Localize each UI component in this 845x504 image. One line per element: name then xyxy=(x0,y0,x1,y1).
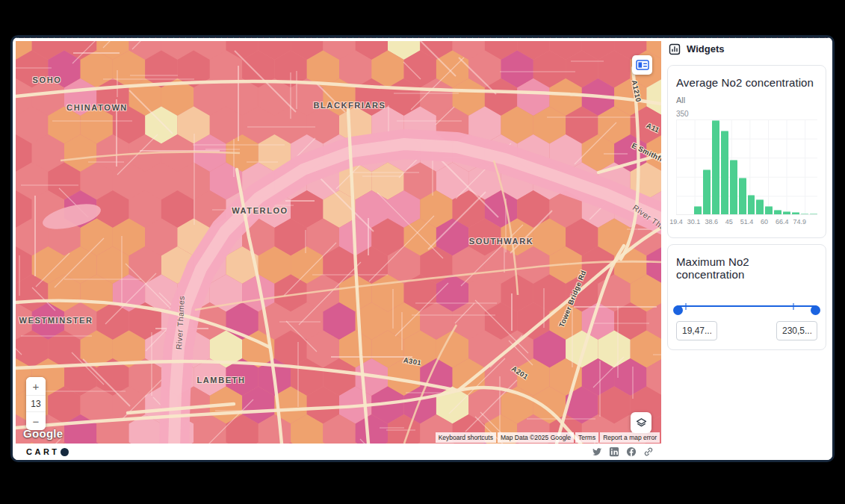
range-inputs xyxy=(676,321,817,340)
panel-icon xyxy=(636,60,649,70)
x-tick-label: 74.9 xyxy=(793,218,807,225)
histogram-bar[interactable] xyxy=(721,131,728,214)
histogram-filter-label: All xyxy=(676,96,817,105)
map-attribution: Keyboard shortcutsMap Data ©2025 GoogleT… xyxy=(436,432,660,443)
attribution-item[interactable]: Keyboard shortcuts xyxy=(436,432,496,443)
zoom-in-button[interactable]: + xyxy=(26,377,46,395)
histogram-bar[interactable] xyxy=(801,214,808,214)
range-min-input[interactable] xyxy=(676,321,717,340)
widgets-panel-header: Widgets xyxy=(661,37,832,60)
histogram-bar[interactable] xyxy=(694,206,702,214)
linkedin-icon[interactable] xyxy=(609,447,619,457)
histogram-bar[interactable] xyxy=(783,211,790,214)
histogram-bar[interactable] xyxy=(765,206,773,214)
map-canvas[interactable]: SOHOCHINATOWNBLACKFRIARSWATERLOOSOUTHWAR… xyxy=(16,41,661,444)
layers-icon xyxy=(635,417,648,429)
social-links xyxy=(592,447,654,457)
carto-logo[interactable]: CART xyxy=(26,447,69,456)
layers-button[interactable] xyxy=(631,412,651,433)
slider-tick xyxy=(685,303,687,310)
twitter-icon[interactable] xyxy=(592,447,602,457)
histogram-title: Average No2 concentration xyxy=(676,76,817,89)
x-tick-label: 51.4 xyxy=(740,218,754,225)
histogram-bar[interactable] xyxy=(703,169,711,214)
x-tick-label: 60 xyxy=(761,218,768,225)
slider-handle-max[interactable] xyxy=(811,305,820,315)
x-tick-label: 30.1 xyxy=(687,218,701,225)
histogram-ymax-label: 350 xyxy=(676,110,817,118)
map-column: SOHOCHINATOWNBLACKFRIARSWATERLOOSOUTHWAR… xyxy=(13,37,661,460)
panel-toggle-button[interactable] xyxy=(632,55,652,75)
slider-tick xyxy=(793,303,794,310)
app-footer: CART xyxy=(16,444,661,460)
x-tick-label: 45 xyxy=(725,218,733,225)
attribution-item[interactable]: Terms xyxy=(575,432,598,443)
histogram-bar[interactable] xyxy=(810,214,817,214)
map-graphics xyxy=(16,41,661,444)
histogram-bar[interactable] xyxy=(792,212,799,214)
zoom-control: + 13 − xyxy=(26,377,46,430)
histogram-bar[interactable] xyxy=(730,160,737,214)
histogram-x-axis: 19.430.138.64551.46066.474.9 xyxy=(676,218,817,228)
histogram-bar[interactable] xyxy=(739,178,746,214)
x-tick-label: 66.4 xyxy=(776,218,789,225)
range-slider xyxy=(676,301,817,311)
histogram-widget: Average No2 concentration All 350 19.430… xyxy=(667,65,826,238)
app-window: SOHOCHINATOWNBLACKFRIARSWATERLOOSOUTHWAR… xyxy=(10,35,835,462)
attribution-item: Map Data ©2025 Google xyxy=(498,432,574,443)
desktop-background: SOHOCHINATOWNBLACKFRIARSWATERLOOSOUTHWAR… xyxy=(0,0,845,504)
histogram-chart[interactable] xyxy=(676,119,817,215)
slider-widget: Maximum No2 concentration xyxy=(667,244,826,350)
carto-logo-dot xyxy=(61,448,69,456)
x-tick-label: 19.4 xyxy=(669,218,683,225)
zoom-level: 13 xyxy=(26,395,46,412)
widgets-icon xyxy=(669,43,681,55)
histogram-bars xyxy=(676,119,817,214)
histogram-bar[interactable] xyxy=(774,210,781,214)
attribution-item[interactable]: Report a map error xyxy=(600,432,660,443)
google-logo[interactable]: Google xyxy=(23,427,63,440)
slider-handle-min[interactable] xyxy=(673,305,683,315)
widgets-panel-title: Widgets xyxy=(687,43,724,55)
widgets-panel: Widgets Average No2 concentration All 35… xyxy=(661,37,832,460)
slider-title: Maximum No2 concentration xyxy=(676,255,817,281)
slider-track[interactable] xyxy=(677,305,817,307)
range-max-input[interactable] xyxy=(776,321,817,340)
carto-logo-text: CART xyxy=(26,447,60,456)
histogram-bar[interactable] xyxy=(748,195,755,214)
histogram-bar[interactable] xyxy=(756,199,764,214)
histogram-bar[interactable] xyxy=(712,120,719,214)
facebook-icon[interactable] xyxy=(626,447,637,457)
x-tick-label: 38.6 xyxy=(705,218,718,225)
link-icon[interactable] xyxy=(643,447,654,457)
